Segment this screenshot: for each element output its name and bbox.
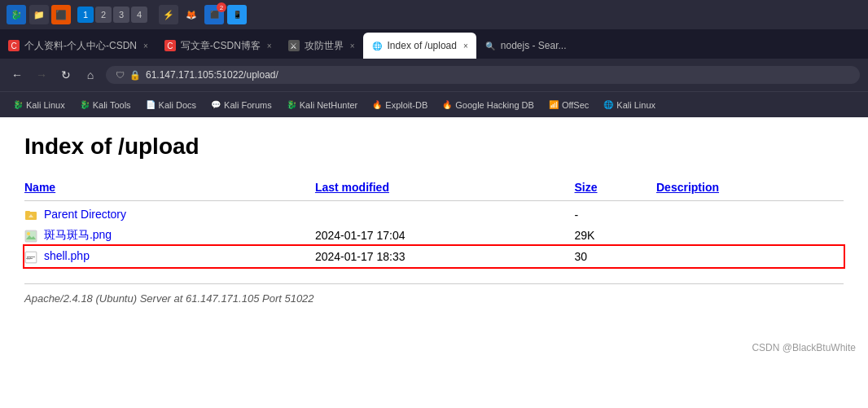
bookmark-kali-linux-2[interactable]: 🌐 Kali Linux	[597, 99, 662, 112]
burpsuite-icon[interactable]: ⚡	[159, 5, 178, 24]
server-info: Apache/2.4.18 (Ubuntu) Server at 61.147.…	[24, 283, 844, 305]
tab-close-4[interactable]: ×	[463, 42, 468, 50]
table-row-parent: Parent Directory -	[24, 201, 844, 226]
svg-rect-1	[25, 211, 30, 213]
google-hacking-bookmark-icon: 🔥	[442, 100, 452, 109]
terminal-icon[interactable]: ⬛	[51, 5, 71, 24]
extension-icon[interactable]: 📱	[227, 5, 247, 24]
image-modified: 2024-01-17 17:04	[315, 225, 575, 246]
kali-nethunter-bookmark-icon: 🐉	[287, 100, 296, 109]
kali-docs-bookmark-icon: 📄	[146, 100, 156, 109]
php-file-icon: <?	[24, 251, 37, 264]
tab-attack-world[interactable]: ⚔ 攻防世界 ×	[280, 33, 363, 59]
tab-bar: C 个人资料-个人中心-CSDN × C 写文章-CSDN博客 × ⚔ 攻防世界…	[0, 29, 868, 59]
file-name-cell-parent: Parent Directory	[24, 201, 315, 226]
parent-modified	[315, 201, 575, 226]
tab-num-3[interactable]: 3	[113, 7, 129, 23]
page-wrapper: Index of /upload Name Last modified Size…	[0, 117, 868, 362]
image-size: 29K	[575, 225, 656, 246]
file-manager-icon[interactable]: 📁	[29, 5, 49, 24]
bookmark-exploit-db[interactable]: 🔥 Exploit-DB	[366, 99, 434, 112]
bookmark-offsec-label: OffSec	[562, 100, 589, 110]
tab-num-4[interactable]: 4	[131, 7, 147, 23]
forward-button[interactable]: →	[33, 68, 50, 81]
tab-favicon-3: ⚔	[288, 40, 300, 51]
tab-csdn-write[interactable]: C 写文章-CSDN博客 ×	[156, 33, 280, 59]
bookmark-kali-docs[interactable]: 📄 Kali Docs	[139, 99, 203, 112]
col-name[interactable]: Name	[24, 176, 315, 201]
reload-button[interactable]: ↻	[57, 68, 75, 81]
tab-favicon-1: C	[8, 40, 20, 51]
svg-point-5	[27, 232, 30, 235]
shell-file-link[interactable]: shell.php	[44, 249, 90, 262]
offsec-bookmark-icon: 📶	[549, 100, 559, 109]
tab-favicon-5: 🔍	[484, 40, 496, 51]
file-name-cell-image: 斑马斑马.png	[24, 225, 315, 246]
image-file-icon	[24, 230, 37, 243]
col-modified[interactable]: Last modified	[315, 176, 575, 201]
bookmark-kali-docs-label: Kali Docs	[159, 100, 196, 110]
kali-tools-bookmark-icon: 🐉	[80, 100, 90, 109]
tab-close-1[interactable]: ×	[143, 42, 148, 50]
bookmark-kali-linux-label: Kali Linux	[26, 100, 65, 110]
bookmark-exploit-db-label: Exploit-DB	[385, 100, 427, 110]
image-description	[656, 225, 844, 246]
svg-rect-10	[27, 257, 35, 257]
folder-up-icon	[24, 208, 37, 222]
shell-description	[656, 246, 844, 266]
tab-label-3: 攻防世界	[305, 39, 344, 53]
shell-modified: 2024-01-17 18:33	[315, 246, 575, 266]
tab-index-upload[interactable]: 🌐 Index of /upload ×	[363, 33, 476, 59]
kali-forums-bookmark-icon: 💬	[211, 100, 221, 109]
kali-app-icon[interactable]: 🐉	[7, 5, 26, 24]
tab-num-1[interactable]: 1	[77, 7, 94, 23]
bookmark-kali-tools[interactable]: 🐉 Kali Tools	[73, 99, 138, 112]
file-name-cell-shell: <? shell.php	[24, 246, 315, 266]
file-table: Name Last modified Size Description	[24, 176, 844, 267]
url-text: 61.147.171.105:51022/upload/	[146, 69, 278, 81]
tab-close-3[interactable]: ×	[350, 42, 355, 50]
bookmarks-bar: 🐉 Kali Linux 🐉 Kali Tools 📄 Kali Docs 💬 …	[0, 91, 868, 117]
col-description[interactable]: Description	[656, 176, 844, 201]
firefox-icon[interactable]: 🦊	[182, 5, 201, 24]
exploit-db-bookmark-icon: 🔥	[372, 100, 382, 109]
parent-size: -	[575, 201, 656, 226]
lock-icon: 🛡	[116, 70, 125, 80]
bookmark-kali-nethunter[interactable]: 🐉 Kali NetHunter	[280, 99, 365, 112]
bookmark-kali-linux-2-label: Kali Linux	[616, 100, 655, 110]
tab-label-4: Index of /upload	[388, 40, 457, 51]
bookmark-google-hacking-label: Google Hacking DB	[455, 100, 534, 110]
security-icon: 🔒	[129, 70, 141, 81]
bookmark-offsec[interactable]: 📶 OffSec	[542, 99, 595, 112]
kali-linux-bookmark-icon: 🐉	[13, 100, 23, 109]
svg-rect-11	[27, 258, 33, 259]
page-title: Index of /upload	[24, 134, 844, 160]
bookmark-google-hacking-db[interactable]: 🔥 Google Hacking DB	[436, 99, 541, 112]
table-row-image: 斑马斑马.png 2024-01-17 17:04 29K	[24, 225, 844, 246]
watermark: CSDN @BlackBtuWhite	[752, 342, 856, 353]
table-row-shell: <? shell.php 2024-01-17 18:33 30	[24, 246, 844, 266]
address-bar: ← → ↻ ⌂ 🛡 🔒 61.147.171.105:51022/upload/	[0, 59, 868, 91]
bookmark-kali-tools-label: Kali Tools	[93, 100, 131, 110]
tab-label-1: 个人资料-个人中心-CSDN	[24, 39, 137, 53]
tab-close-2[interactable]: ×	[267, 42, 272, 50]
tab-favicon-2: C	[164, 40, 176, 51]
bookmark-kali-linux[interactable]: 🐉 Kali Linux	[7, 99, 72, 112]
tab-csdn-profile[interactable]: C 个人资料-个人中心-CSDN ×	[0, 33, 156, 59]
bookmark-kali-forums[interactable]: 💬 Kali Forums	[204, 99, 278, 112]
kali-linux-2-bookmark-icon: 🌐	[603, 100, 613, 109]
home-button[interactable]: ⌂	[81, 68, 99, 81]
tab-label-5: nodejs - Sear...	[501, 40, 567, 51]
tab-nodejs-search[interactable]: 🔍 nodejs - Sear...	[476, 33, 575, 59]
tab-favicon-4: 🌐	[371, 40, 383, 51]
title-bar: 🐉 📁 ⬛ 1 2 3 4 ⚡ 🦊 ⬛ 2 📱	[0, 0, 868, 29]
counter-icon[interactable]: ⬛ 2	[204, 5, 224, 24]
col-size[interactable]: Size	[575, 176, 656, 201]
parent-dir-link[interactable]: Parent Directory	[44, 208, 126, 221]
tab-num-2[interactable]: 2	[95, 7, 112, 23]
address-input[interactable]: 🛡 🔒 61.147.171.105:51022/upload/	[106, 66, 860, 84]
tab-label-2: 写文章-CSDN博客	[181, 39, 261, 53]
image-file-link[interactable]: 斑马斑马.png	[44, 228, 112, 241]
bookmark-kali-forums-label: Kali Forums	[224, 100, 272, 110]
back-button[interactable]: ←	[8, 68, 26, 81]
